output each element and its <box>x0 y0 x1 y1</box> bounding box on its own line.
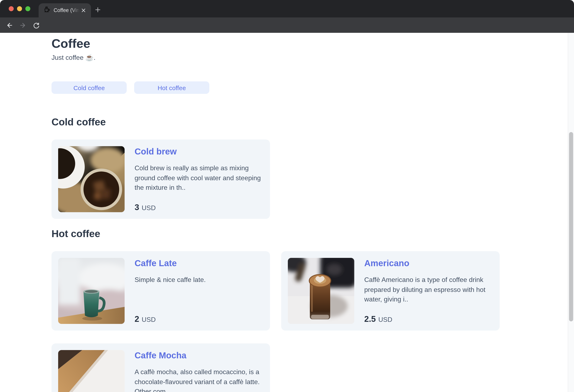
filter-buttons: Cold coffee Hot coffee <box>52 82 500 94</box>
product-info: Americano Caffè Americano is a type of c… <box>364 258 493 324</box>
section-heading-cold-coffee: Cold coffee <box>52 116 500 128</box>
price-value: 3 <box>135 203 139 212</box>
tab-title: Coffee (Vintage Machine) - Eas <box>54 7 80 13</box>
forward-arrow-icon[interactable] <box>18 20 28 31</box>
product-link-caffe-late[interactable]: Caffe Late <box>135 258 177 269</box>
price-currency: USD <box>378 316 392 324</box>
cold-coffee-grid: Cold brew Cold brew is really as simple … <box>52 140 500 219</box>
scrollbar-track[interactable] <box>568 33 574 392</box>
hot-coffee-button[interactable]: Hot coffee <box>134 82 209 94</box>
price-value: 2 <box>135 314 139 324</box>
product-card-caffe-mocha: Caffe Mocha A caffè mocha, also called m… <box>52 343 270 392</box>
close-window-button[interactable] <box>9 6 14 11</box>
caffe-mocha-photo[interactable] <box>58 350 124 392</box>
browser-toolbar <box>0 18 574 33</box>
caffe-late-photo[interactable] <box>58 258 124 324</box>
close-icon[interactable] <box>80 7 87 14</box>
product-description: Cold brew is really as simple as mixing … <box>135 163 263 192</box>
browser-window: Coffee (Vintage Machine) - Eas <box>0 0 574 392</box>
product-link-caffe-mocha[interactable]: Caffe Mocha <box>135 350 186 361</box>
minimize-window-button[interactable] <box>17 6 22 11</box>
scrollbar-thumb[interactable] <box>569 132 573 321</box>
page-title: Coffee <box>52 36 500 51</box>
cold-brew-photo-image <box>58 146 124 212</box>
product-price: 2 USD <box>135 314 263 324</box>
product-link-americano[interactable]: Americano <box>364 258 409 269</box>
product-info: Caffe Late Simple & nice caffe late. 2 U… <box>135 258 263 324</box>
caffe-late-photo-image <box>58 258 124 324</box>
product-description: Simple & nice caffe late. <box>135 275 263 285</box>
product-price: 2.5 USD <box>364 314 493 324</box>
product-card-americano: Americano Caffè Americano is a type of c… <box>281 251 500 330</box>
product-info: Caffe Mocha A caffè mocha, also called m… <box>135 350 263 392</box>
reload-icon[interactable] <box>31 20 41 31</box>
price-currency: USD <box>142 316 156 324</box>
product-link-cold-brew[interactable]: Cold brew <box>135 146 177 157</box>
content-container: Coffee Just coffee ☕. Cold coffee Hot co… <box>52 36 500 392</box>
cold-brew-photo[interactable] <box>58 146 124 212</box>
price-value: 2.5 <box>364 314 376 324</box>
traffic-lights <box>9 6 30 11</box>
section-heading-hot-coffee: Hot coffee <box>52 227 500 240</box>
tab-strip: Coffee (Vintage Machine) - Eas <box>0 0 574 18</box>
page-content: Coffee Just coffee ☕. Cold coffee Hot co… <box>0 33 574 392</box>
product-card-cold-brew: Cold brew Cold brew is really as simple … <box>52 140 270 219</box>
browser-tab[interactable]: Coffee (Vintage Machine) - Eas <box>39 3 91 18</box>
page-subtitle: Just coffee ☕. <box>52 53 500 63</box>
americano-photo-image <box>288 258 354 324</box>
zoom-window-button[interactable] <box>25 6 30 11</box>
product-description: A caffè mocha, also called mocaccino, is… <box>135 367 263 392</box>
back-arrow-icon[interactable] <box>4 20 15 31</box>
price-currency: USD <box>142 204 156 212</box>
product-price: 3 USD <box>135 203 263 212</box>
product-info: Cold brew Cold brew is really as simple … <box>135 146 263 212</box>
americano-photo[interactable] <box>288 258 354 324</box>
product-description: Caffè Americano is a type of coffee drin… <box>364 275 493 304</box>
plus-icon[interactable] <box>93 5 102 14</box>
caffe-mocha-photo-image <box>58 350 124 392</box>
cold-coffee-button[interactable]: Cold coffee <box>52 82 127 94</box>
coffee-cup-icon <box>44 6 50 15</box>
product-card-caffe-late: Caffe Late Simple & nice caffe late. 2 U… <box>52 251 270 330</box>
hot-coffee-grid: Caffe Late Simple & nice caffe late. 2 U… <box>52 251 500 392</box>
